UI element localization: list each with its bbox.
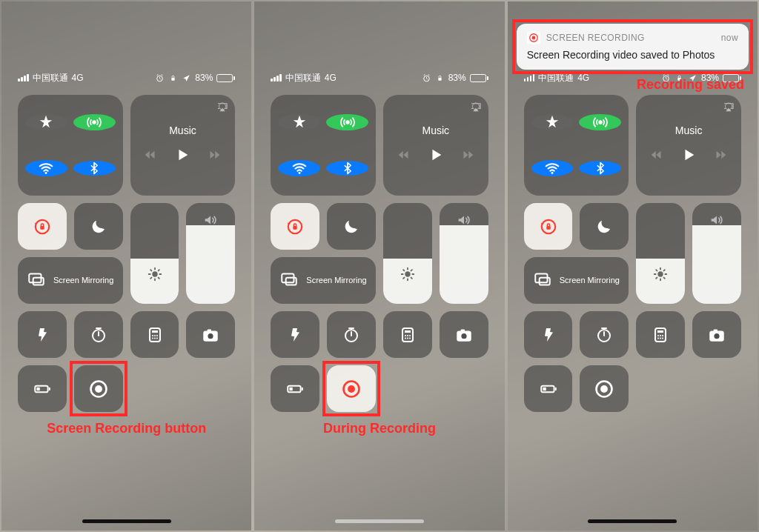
- do-not-disturb-toggle[interactable]: [74, 203, 123, 250]
- music-back-icon[interactable]: [398, 148, 411, 164]
- low-power-mode-button[interactable]: [18, 365, 67, 412]
- brightness-slider[interactable]: [383, 203, 432, 304]
- battery-pct: 83%: [448, 73, 466, 83]
- screen-mirroring-icon: [279, 270, 299, 292]
- wifi-toggle[interactable]: [531, 160, 574, 176]
- connectivity-group[interactable]: [271, 95, 376, 196]
- flashlight-button[interactable]: [18, 311, 67, 358]
- airplane-mode-toggle[interactable]: [531, 114, 574, 130]
- rotation-lock-toggle[interactable]: [18, 203, 67, 250]
- annotation-box: [512, 19, 753, 74]
- music-widget[interactable]: Music: [636, 95, 741, 196]
- signal-bars-icon: [18, 74, 29, 82]
- volume-slider[interactable]: [440, 203, 488, 304]
- battery-pct: 83%: [195, 73, 213, 83]
- screen-recording-button[interactable]: [580, 365, 629, 412]
- screenshot-before: 中国联通 4G 83% Music: [1, 1, 251, 531]
- wifi-toggle[interactable]: [25, 160, 67, 176]
- screen-mirroring-label: Screen Mirroring: [306, 276, 366, 286]
- screen-mirroring-button[interactable]: Screen Mirroring: [524, 257, 629, 304]
- bluetooth-toggle[interactable]: [326, 161, 368, 176]
- signal-bars-icon: [524, 74, 535, 82]
- brightness-slider[interactable]: [130, 203, 179, 304]
- calculator-button[interactable]: [383, 311, 432, 358]
- status-bar: 中国联通 4G 83%: [254, 70, 504, 86]
- screen-mirroring-icon: [533, 270, 552, 292]
- volume-icon: [709, 212, 725, 231]
- music-title: Music: [169, 124, 196, 136]
- bluetooth-toggle[interactable]: [579, 161, 621, 176]
- annotation-label: During Recording: [323, 421, 436, 436]
- volume-icon: [456, 212, 472, 231]
- calculator-button[interactable]: [636, 311, 685, 358]
- rotation-lock-toggle[interactable]: [524, 203, 573, 250]
- volume-slider[interactable]: [692, 203, 741, 304]
- airplane-mode-toggle[interactable]: [278, 114, 320, 130]
- brightness-slider[interactable]: [636, 203, 685, 304]
- camera-button[interactable]: [440, 311, 488, 358]
- home-indicator[interactable]: [335, 519, 424, 523]
- airplay-icon[interactable]: [722, 101, 735, 117]
- signal-bars-icon: [271, 74, 282, 82]
- calculator-button[interactable]: [130, 311, 179, 358]
- timer-button[interactable]: [580, 311, 629, 358]
- screen-mirroring-label: Screen Mirroring: [53, 276, 113, 286]
- cellular-data-toggle[interactable]: [579, 114, 621, 130]
- camera-button[interactable]: [186, 311, 235, 358]
- screen-mirroring-label: Screen Mirroring: [560, 276, 620, 286]
- status-bar: 中国联通 4G 83%: [1, 70, 251, 86]
- camera-button[interactable]: [692, 311, 741, 358]
- airplay-icon[interactable]: [216, 101, 229, 117]
- annotation-label: Screen Recording button: [47, 421, 206, 436]
- music-fwd-icon[interactable]: [207, 148, 220, 164]
- screenshot-during: 中国联通 4G 83% Music: [254, 1, 504, 531]
- bluetooth-toggle[interactable]: [73, 161, 116, 176]
- music-widget[interactable]: Music: [130, 95, 236, 196]
- music-play-icon[interactable]: [428, 147, 444, 166]
- music-back-icon[interactable]: [651, 148, 664, 164]
- do-not-disturb-toggle[interactable]: [327, 203, 376, 250]
- network-label: 4G: [72, 73, 84, 83]
- home-indicator[interactable]: [588, 519, 677, 523]
- carrier-label: 中国联通: [33, 72, 68, 84]
- music-fwd-icon[interactable]: [460, 148, 474, 164]
- annotation-box: [322, 361, 380, 416]
- do-not-disturb-toggle[interactable]: [580, 203, 629, 250]
- rotation-lock-toggle[interactable]: [271, 203, 319, 250]
- screen-mirroring-icon: [27, 270, 46, 292]
- timer-button[interactable]: [327, 311, 376, 358]
- cellular-data-toggle[interactable]: [73, 114, 116, 130]
- carrier-label: 中国联通: [285, 72, 321, 84]
- battery-icon: [216, 74, 235, 82]
- airplane-mode-toggle[interactable]: [25, 114, 67, 130]
- network-label: 4G: [325, 73, 337, 83]
- flashlight-button[interactable]: [524, 311, 573, 358]
- music-title: Music: [422, 124, 450, 136]
- annotation-box: [70, 361, 127, 416]
- music-play-icon[interactable]: [680, 147, 697, 166]
- airplay-icon[interactable]: [469, 101, 483, 117]
- music-back-icon[interactable]: [145, 148, 158, 164]
- connectivity-group[interactable]: [524, 95, 629, 196]
- battery-icon: [470, 74, 488, 82]
- control-center: Music Screen Mirroring: [524, 95, 741, 412]
- screenshot-after: 中国联通 4G 83% Music: [508, 1, 758, 531]
- network-label: 4G: [577, 73, 589, 83]
- connectivity-group[interactable]: [18, 95, 123, 196]
- cellular-data-toggle[interactable]: [326, 114, 368, 130]
- home-indicator[interactable]: [82, 519, 171, 523]
- flashlight-button[interactable]: [271, 311, 319, 358]
- music-play-icon[interactable]: [174, 147, 190, 166]
- volume-icon: [202, 212, 219, 231]
- low-power-mode-button[interactable]: [524, 365, 573, 412]
- volume-slider[interactable]: [186, 203, 235, 304]
- music-title: Music: [675, 124, 703, 136]
- wifi-toggle[interactable]: [278, 160, 320, 176]
- screen-mirroring-button[interactable]: Screen Mirroring: [18, 257, 123, 304]
- music-widget[interactable]: Music: [383, 95, 488, 196]
- music-fwd-icon[interactable]: [713, 148, 726, 164]
- screen-mirroring-button[interactable]: Screen Mirroring: [271, 257, 376, 304]
- annotation-label: Recording saved: [637, 77, 744, 93]
- timer-button[interactable]: [74, 311, 123, 358]
- low-power-mode-button[interactable]: [271, 365, 319, 412]
